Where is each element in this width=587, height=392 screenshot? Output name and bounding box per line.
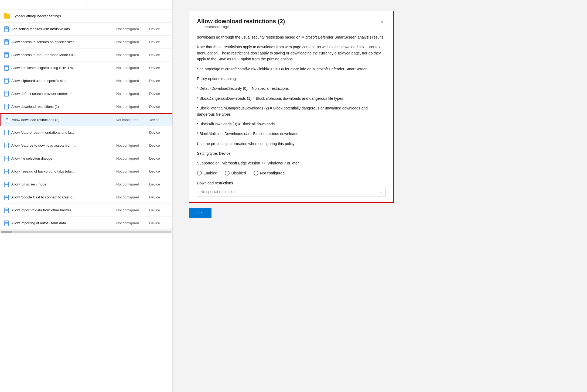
dropdown-control[interactable]: No special restrictions ⌄ xyxy=(197,187,386,197)
scrollbar-thumb xyxy=(1,231,12,233)
settings-row[interactable]: Allow clipboard use on specific sitesNot… xyxy=(0,74,172,87)
dialog-box: Allow download restrictions (2) \Microso… xyxy=(189,11,394,203)
row-name: Allow access to the Enterprise Mode Sit.… xyxy=(11,53,114,57)
row-status: Not configured xyxy=(114,169,149,173)
settings-row[interactable]: Allow access to the Enterprise Mode Sit.… xyxy=(0,49,172,61)
settings-row[interactable]: Allow importing of autofill form dataNot… xyxy=(0,217,172,230)
dialog-footer: OK xyxy=(189,203,571,218)
doc-icon xyxy=(5,117,9,122)
doc-icon xyxy=(4,156,9,161)
settings-row[interactable]: Allow freezing of background tabs (obs..… xyxy=(0,165,172,178)
dialog-paragraph: See https://go.microsoft.com/fwlink/?lin… xyxy=(197,66,386,72)
dialog-paragraphs-container: downloads go through the usual security … xyxy=(197,34,386,166)
row-status: Not configured xyxy=(114,92,149,96)
radio-group: Enabled Disabled Not configured xyxy=(197,171,386,176)
doc-icon xyxy=(4,104,9,109)
dropdown-value: No special restrictions xyxy=(200,190,237,194)
dialog-paragraph: Use the preceding information when confi… xyxy=(197,141,386,147)
radio-label-disabled: Disabled xyxy=(231,171,246,175)
settings-row[interactable]: Allow file selection dialogsNot configur… xyxy=(0,152,172,165)
row-name: Allow download restrictions (1) xyxy=(11,105,114,109)
settings-row[interactable]: Allow certificates signed using SHA-1 w.… xyxy=(0,61,172,74)
dialog-paragraph: * BlockMaliciousDownloads (4) = Block ma… xyxy=(197,131,386,137)
radio-circle-enabled xyxy=(197,171,202,176)
row-status: Not configured xyxy=(114,208,149,212)
dialog-paragraph: downloads go through the usual security … xyxy=(197,34,386,40)
settings-row[interactable]: Allow Google Cast to connect to Cast d..… xyxy=(0,191,172,204)
settings-row[interactable]: Allow feature recommendations and br...D… xyxy=(0,126,172,139)
row-status: Not configured xyxy=(114,182,149,186)
row-status: Not configured xyxy=(114,118,149,122)
settings-row[interactable]: Allow download restrictions (2)Not confi… xyxy=(0,113,172,126)
dialog-paragraph: Note that these restrictions apply to do… xyxy=(197,44,386,62)
doc-icon xyxy=(4,195,9,200)
doc-icon xyxy=(4,208,9,213)
row-type: Device xyxy=(149,79,168,83)
settings-rows-container: Ads setting for sites with intrusive ads… xyxy=(0,23,172,230)
row-type: Device xyxy=(149,130,168,135)
row-name: Allow certificates signed using SHA-1 w.… xyxy=(11,66,114,70)
row-type: Device xyxy=(149,182,168,186)
row-name: Allow full screen mode xyxy=(11,182,114,186)
radio-label-enabled: Enabled xyxy=(203,171,217,175)
row-type: Device xyxy=(149,221,168,225)
doc-icon xyxy=(4,143,9,148)
row-type: Device xyxy=(149,195,168,199)
row-status: Not configured xyxy=(114,66,149,70)
doc-icon xyxy=(4,221,9,226)
dialog-close-button[interactable]: × xyxy=(378,18,386,25)
row-type: Device xyxy=(149,66,168,70)
dropdown-section: Download restrictions No special restric… xyxy=(197,181,386,197)
row-type: Device xyxy=(149,27,168,31)
row-status: Not configured xyxy=(114,53,149,57)
radio-option-disabled[interactable]: Disabled xyxy=(225,171,246,176)
doc-icon xyxy=(4,91,9,97)
dialog-paragraph: * DefaultDownloadSecurity (0) = No speci… xyxy=(197,85,386,91)
row-type: Device xyxy=(149,208,168,212)
settings-row[interactable]: Allow download restrictions (1)Not confi… xyxy=(0,100,172,113)
row-type: Device xyxy=(149,118,168,122)
doc-icon xyxy=(4,39,9,45)
row-type: Device xyxy=(149,92,168,96)
detail-panel: Allow download restrictions (2) \Microso… xyxy=(173,0,587,392)
row-name: Ads setting for sites with intrusive ads xyxy=(11,27,114,31)
dialog-paragraph: * BlockAllDownloads (3) = Block all down… xyxy=(197,121,386,127)
settings-row[interactable]: Ads setting for sites with intrusive ads… xyxy=(0,23,172,36)
row-name: Allow default search provider context m.… xyxy=(11,92,114,96)
row-name: Allow freezing of background tabs (obs..… xyxy=(11,169,114,173)
settings-row[interactable]: Allow access to sensors on specific site… xyxy=(0,36,172,49)
radio-label-not-configured: Not configured xyxy=(260,171,285,175)
row-name: Allow download restrictions (2) xyxy=(12,118,114,122)
row-type: Device xyxy=(149,143,168,147)
row-status: Not configured xyxy=(114,195,149,199)
row-status: Not configured xyxy=(114,27,149,31)
settings-row[interactable]: Allow import of data from other browse..… xyxy=(0,204,172,217)
row-name: Allow access to sensors on specific site… xyxy=(11,40,114,44)
row-name: Allow features to download assets from .… xyxy=(11,143,114,147)
row-status: Not configured xyxy=(114,156,149,160)
row-name: Allow feature recommendations and br... xyxy=(11,130,114,135)
dialog-breadcrumb: \Microsoft Edge xyxy=(197,25,285,32)
folder-row-typosquatting[interactable]: TyposquattingChecker settings xyxy=(0,10,172,23)
settings-row[interactable]: Allow features to download assets from .… xyxy=(0,139,172,152)
ok-button[interactable]: OK xyxy=(189,208,211,218)
settings-row[interactable]: Allow full screen modeNot configuredDevi… xyxy=(0,178,172,191)
scrollbar-track xyxy=(1,231,171,233)
settings-list-panel: ... TyposquattingChecker settings Ads se… xyxy=(0,0,173,392)
dialog-header: Allow download restrictions (2) \Microso… xyxy=(189,11,393,34)
radio-circle-not-configured xyxy=(254,171,258,176)
row-type: Device xyxy=(149,53,168,57)
row-type: Device xyxy=(149,105,168,109)
doc-icon xyxy=(4,78,9,84)
radio-option-not-configured[interactable]: Not configured xyxy=(254,171,285,176)
radio-option-enabled[interactable]: Enabled xyxy=(197,171,217,176)
list-header-truncated: ... xyxy=(0,0,172,10)
row-status: Not configured xyxy=(114,40,149,44)
dropdown-label: Download restrictions xyxy=(197,181,386,185)
settings-row[interactable]: Allow default search provider context m.… xyxy=(0,87,172,100)
dialog-body: downloads go through the usual security … xyxy=(189,34,393,202)
folder-label: TyposquattingChecker settings xyxy=(13,14,61,18)
horizontal-scrollbar[interactable] xyxy=(0,230,172,233)
row-name: Allow import of data from other browse..… xyxy=(11,208,114,212)
row-status: Not configured xyxy=(114,79,149,83)
